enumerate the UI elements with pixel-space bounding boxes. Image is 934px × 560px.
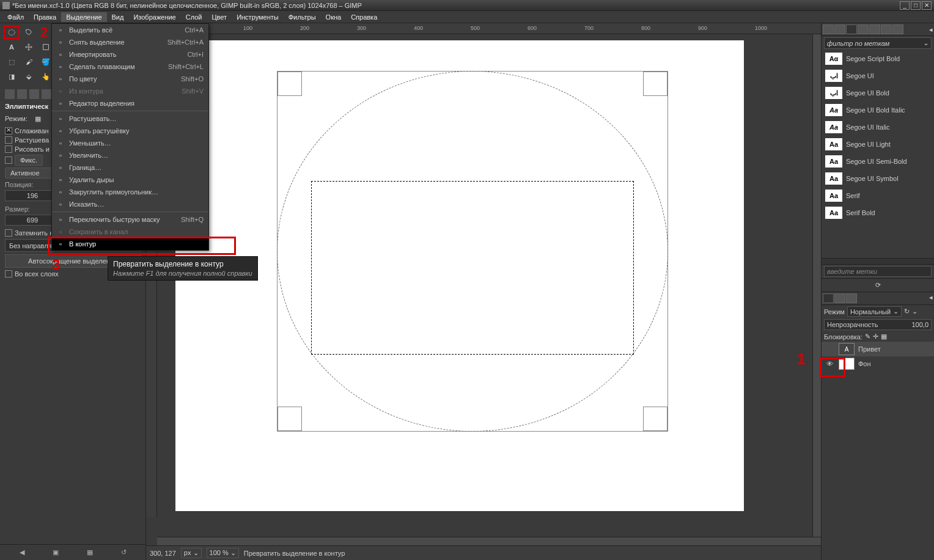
menu-справка[interactable]: Справка	[346, 12, 382, 22]
menu-фильтры[interactable]: Фильтры	[284, 12, 321, 22]
save-presets-icon[interactable]: ◀	[17, 548, 28, 558]
font-list[interactable]: AαSegoe Script BoldابSegoe UIابSegoe UI …	[822, 50, 934, 258]
font-item[interactable]: AaSerif Bold	[822, 204, 934, 221]
canvas-viewport[interactable]	[157, 34, 812, 537]
lock-alpha-icon[interactable]: ▦	[881, 333, 887, 341]
canvas[interactable]	[175, 40, 744, 511]
eraser-tool[interactable]: ◨	[4, 70, 20, 83]
status-zoom[interactable]: 100 % ⌄	[207, 548, 239, 558]
text-tool[interactable]: A	[4, 40, 20, 54]
menu-файл[interactable]: Файл	[2, 12, 29, 22]
layer-visibility-icon[interactable]: 👁	[824, 359, 835, 369]
darken-check[interactable]	[5, 229, 12, 237]
menuitem[interactable]: ▫Выделить всёCtrl+A	[52, 24, 208, 36]
menuitem[interactable]: ▫Граница…	[52, 161, 208, 174]
font-item[interactable]: AaSerif	[822, 187, 934, 204]
menu-выделение[interactable]: Выделение	[61, 12, 106, 22]
menu-окна[interactable]: Окна	[321, 12, 347, 22]
tab-brushes[interactable]	[823, 24, 834, 34]
tab-layers[interactable]	[823, 293, 834, 303]
menuitem-icon: ▫	[56, 151, 65, 160]
menuitem[interactable]: ▫Удалить дыры	[52, 174, 208, 186]
horizontal-scrollbar[interactable]	[157, 537, 821, 545]
menuitem[interactable]: ▫Растушевать…	[52, 112, 208, 125]
font-item[interactable]: AaSegoe UI Bold Italic	[822, 101, 934, 119]
paintbrush-tool[interactable]: 🖌	[21, 55, 37, 68]
clone-tool[interactable]: ⬙	[21, 70, 37, 83]
menuitem[interactable]: ▫Редактор выделения	[52, 97, 208, 109]
antialias-check[interactable]	[5, 127, 12, 134]
delete-presets-icon[interactable]: ▦	[84, 548, 95, 558]
tab-6[interactable]	[881, 24, 892, 34]
fixed-button[interactable]: Фикс.	[15, 155, 43, 166]
restore-presets-icon[interactable]: ▣	[50, 548, 61, 558]
menu-вид[interactable]: Вид	[107, 12, 129, 22]
titlebar: *Без имени.xcf-1.0 (Цвета RGB 8 бит, нел…	[0, 0, 934, 11]
menuitem[interactable]: ▫Сделать плавающимShift+Ctrl+L	[52, 61, 208, 73]
close-button[interactable]: ✕	[922, 1, 932, 10]
app-icon	[2, 2, 10, 9]
menu-изображение[interactable]: Изображение	[128, 12, 180, 22]
font-swatch: Aa	[825, 121, 842, 133]
tab-channels[interactable]	[834, 293, 845, 303]
font-filter-input[interactable]: фильтр по меткам⌄	[824, 37, 932, 49]
font-item[interactable]: ابSegoe UI Bold	[822, 84, 934, 101]
tab-menu-icon[interactable]: ◂	[929, 26, 933, 34]
drawfrom-check[interactable]	[5, 146, 12, 153]
fixed-check[interactable]	[5, 157, 12, 164]
vertical-scrollbar[interactable]	[812, 34, 821, 537]
menu-правка[interactable]: Правка	[29, 12, 61, 22]
move-tool[interactable]	[21, 40, 37, 54]
lock-pixels-icon[interactable]: ✎	[865, 333, 870, 341]
menuitem[interactable]: ▫Исказить…	[52, 198, 208, 210]
menuitem[interactable]: ▫Закруглить прямоугольник…	[52, 186, 208, 198]
status-unit[interactable]: px ⌄	[181, 548, 202, 558]
tab-fonts[interactable]	[846, 24, 857, 34]
blend-mode-select[interactable]: Нормальный⌄	[847, 306, 902, 317]
tab-5[interactable]	[869, 24, 880, 34]
tab-paths[interactable]	[846, 293, 857, 303]
mode-replace[interactable]: ▦	[30, 112, 46, 125]
tab-patterns[interactable]	[834, 24, 845, 34]
layer-visibility-icon[interactable]	[824, 344, 835, 354]
layer-row[interactable]: 👁Фон	[822, 356, 934, 371]
refresh-fonts-icon[interactable]: ⟳	[875, 281, 881, 289]
reset-presets-icon[interactable]: ↺	[118, 548, 129, 558]
menuitem[interactable]: ▫Увеличить…	[52, 149, 208, 161]
font-name: Segoe UI Symbol	[846, 175, 899, 182]
feather-check[interactable]	[5, 136, 12, 144]
lock-position-icon[interactable]: ✛	[873, 333, 878, 341]
menuitem[interactable]: ▫Убрать растушёвку	[52, 125, 208, 137]
transform-tool[interactable]: ⬚	[4, 55, 20, 68]
selection-marquee	[311, 181, 634, 355]
mode-reset-icon[interactable]: ↻	[904, 308, 910, 315]
font-item[interactable]: AaSegoe UI Symbol	[822, 170, 934, 187]
menuitem[interactable]: ▫ИнвертироватьCtrl+I	[52, 48, 208, 61]
menuitem-icon: ▫	[56, 38, 65, 46]
menuitem[interactable]: ▫Переключить быструю маскуShift+Q	[52, 213, 208, 226]
font-tags-input[interactable]: введите метки	[824, 266, 932, 277]
tab-4[interactable]	[858, 24, 869, 34]
layer-row[interactable]: AПривет	[822, 342, 934, 356]
menu-инструменты[interactable]: Инструменты	[232, 12, 284, 22]
menuitem[interactable]: ▫В контур	[52, 238, 208, 250]
menu-цвет[interactable]: Цвет	[207, 12, 232, 22]
menu-слой[interactable]: Слой	[181, 12, 207, 22]
font-item[interactable]: ابSegoe UI	[822, 67, 934, 84]
font-item[interactable]: AaSegoe UI Semi-Bold	[822, 153, 934, 170]
alllayers-check[interactable]	[5, 270, 12, 278]
font-item[interactable]: AaSegoe UI Italic	[822, 119, 934, 136]
tab-7[interactable]	[892, 24, 903, 34]
opacity-value[interactable]: 100,0	[911, 321, 928, 328]
minimize-button[interactable]: _	[900, 1, 910, 10]
font-scrollbar[interactable]	[822, 258, 934, 264]
ellipse-select-tool[interactable]	[4, 26, 20, 39]
maximize-button[interactable]: □	[911, 1, 921, 10]
menuitem[interactable]: ▫Уменьшить…	[52, 137, 208, 149]
menuitem[interactable]: ▫По цветуShift+O	[52, 73, 208, 85]
free-select-tool[interactable]	[21, 26, 37, 39]
font-item[interactable]: AαSegoe Script Bold	[822, 50, 934, 67]
menuitem[interactable]: ▫Снять выделениеShift+Ctrl+A	[52, 36, 208, 48]
tab-menu-icon[interactable]: ◂	[929, 293, 933, 303]
font-item[interactable]: AaSegoe UI Light	[822, 136, 934, 153]
